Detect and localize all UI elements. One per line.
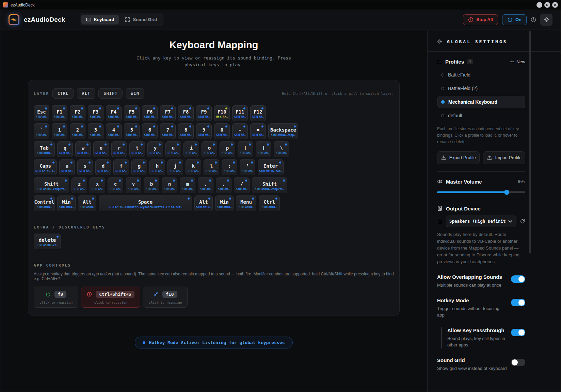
key-f1[interactable]: F1STREAM…: [52, 105, 67, 121]
key-g[interactable]: gSTREAM…: [131, 159, 147, 175]
key-'[interactable]: 'STREAM…: [240, 159, 255, 175]
import-profile-button[interactable]: Import Profile: [483, 151, 526, 164]
key-;[interactable]: ;STREAM…: [222, 159, 237, 175]
key-1[interactable]: 1STREAM…: [52, 123, 67, 139]
profile-item-battlefield[interactable]: BattleField: [437, 69, 525, 81]
key--[interactable]: -STREAM…: [232, 123, 248, 139]
key-o[interactable]: oSTREAM…: [202, 141, 217, 157]
toggle-switch[interactable]: [511, 329, 525, 336]
tab-keyboard[interactable]: Keyboard: [81, 15, 119, 24]
key-`[interactable]: `STREAM…: [34, 123, 49, 139]
key-f3[interactable]: F3STREAM…: [88, 105, 103, 121]
key-k[interactable]: kSTREAM…: [186, 159, 201, 175]
tab-sound-grid[interactable]: Sound Grid: [120, 15, 162, 24]
export-profile-button[interactable]: Export Profile: [437, 151, 480, 164]
key-enter[interactable]: EnterSTREAMING-com…: [258, 159, 284, 175]
refresh-devices-button[interactable]: [520, 219, 525, 224]
help-button[interactable]: [531, 17, 536, 22]
key-,[interactable]: ,STREAM…: [198, 177, 213, 193]
key-u[interactable]: uSTREAM…: [165, 141, 181, 157]
key-shift[interactable]: ShiftSTREAMING-compute…: [34, 177, 69, 193]
key-v[interactable]: vSTREAM…: [126, 177, 141, 193]
key-7[interactable]: 7STREAM…: [160, 123, 176, 139]
toggle-switch[interactable]: [511, 275, 525, 283]
master-volume-slider[interactable]: [437, 190, 525, 195]
key-menu[interactable]: MenuSTREAMIN…: [236, 195, 256, 211]
profile-item-mechanical-keyboard[interactable]: Mechanical Keyboard: [437, 96, 525, 108]
key-n[interactable]: nSTREAM…: [162, 177, 177, 193]
key-r[interactable]: rSTREAM…: [111, 141, 127, 157]
profile-item-battlefield-2-[interactable]: BattleField (2): [437, 82, 525, 95]
key-a[interactable]: aSTREAM…: [59, 159, 75, 175]
key-w[interactable]: wSTREAM…: [75, 141, 91, 157]
key-f8[interactable]: F8STREAM…: [178, 105, 194, 121]
profile-item-default[interactable]: default: [437, 109, 525, 122]
key-i[interactable]: iSTREAM…: [183, 141, 199, 157]
key-delete[interactable]: deleteSTREAMING-co…: [34, 234, 61, 249]
layer-pill-ctrl[interactable]: CTRL: [52, 88, 74, 99]
key-b[interactable]: bSTREAM…: [144, 177, 159, 193]
window-close-button[interactable]: [552, 2, 558, 8]
key-win[interactable]: WinSTREAMIN…: [57, 195, 76, 211]
layer-pill-win[interactable]: WIN: [126, 88, 144, 99]
key-f12[interactable]: F12STREAM…: [250, 105, 266, 121]
key-m[interactable]: mSTREAM…: [180, 177, 195, 193]
key-alt[interactable]: AltSTREAMIN…: [194, 195, 213, 211]
key-=[interactable]: =STREAM…: [250, 123, 266, 139]
key-p[interactable]: pSTREAM…: [220, 141, 235, 157]
key-3[interactable]: 3STREAM…: [88, 123, 103, 139]
key-5[interactable]: 5STREAM…: [124, 123, 140, 139]
key-h[interactable]: hSTREAM…: [149, 159, 165, 175]
key-.[interactable]: .STREAM…: [216, 177, 231, 193]
key-8[interactable]: 8STREAM…: [178, 123, 194, 139]
key-f5[interactable]: F5STREAM…: [124, 105, 140, 121]
key-4[interactable]: 4STREAM…: [106, 123, 122, 139]
new-profile-button[interactable]: New: [509, 59, 525, 65]
key-space[interactable]: SpaceSTREAMING-computer-keyboard-button-…: [99, 195, 192, 211]
layer-pill-shift[interactable]: SHIFT: [98, 88, 123, 99]
key-esc[interactable]: EscSTREAM…: [34, 105, 49, 121]
key-[[interactable]: [STREAM…: [238, 141, 253, 157]
window-maximize-button[interactable]: [544, 2, 550, 8]
key-shift[interactable]: ShiftSTREAMING-compute…: [252, 177, 287, 193]
key-f11[interactable]: F11STREAM…: [232, 105, 248, 121]
key-f7[interactable]: F7STREAM…: [160, 105, 176, 121]
key-ctrl[interactable]: CtrlSTREAMIN…: [259, 195, 280, 211]
key-s[interactable]: sSTREAM…: [77, 159, 93, 175]
key-\[interactable]: \STREAM…: [274, 141, 289, 157]
key-f10[interactable]: F10Min/Re…: [214, 105, 230, 121]
slider-thumb[interactable]: [504, 190, 509, 195]
key-backspace[interactable]: BackspaceSTREAMING-comp…: [268, 123, 298, 139]
window-minimize-button[interactable]: [536, 2, 542, 8]
key-q[interactable]: qSTREAM…: [57, 141, 73, 157]
output-device-select[interactable]: Speakers (High Definition: [446, 216, 516, 227]
key-6[interactable]: 6STREAM…: [142, 123, 158, 139]
key-y[interactable]: ySTREAM…: [147, 141, 163, 157]
key-f2[interactable]: F2STREAM…: [70, 105, 85, 121]
stop-all-button[interactable]: Stop All: [463, 14, 498, 25]
key-alt[interactable]: AltSTREAMIN…: [78, 195, 96, 211]
key-/[interactable]: /STREAM…: [234, 177, 250, 193]
key-2[interactable]: 2STREAM…: [70, 123, 85, 139]
app-hotkey-ctrl+shift+s[interactable]: Ctrl+Shift+Sclick to reassign: [81, 287, 140, 308]
key-0[interactable]: 0STREAM…: [214, 123, 230, 139]
app-hotkey-f10[interactable]: f10click to reassign: [143, 287, 188, 308]
toggle-switch[interactable]: [511, 359, 525, 366]
toggle-switch[interactable]: [511, 299, 525, 306]
app-hotkey-f9[interactable]: f9click to reassign: [34, 287, 78, 308]
key-control[interactable]: ControlSTREAMIN…: [34, 195, 55, 211]
key-t[interactable]: tSTREAM…: [129, 141, 145, 157]
key-d[interactable]: dSTREAM…: [95, 159, 111, 175]
settings-button[interactable]: [540, 14, 552, 26]
key-f[interactable]: fSTREAM…: [113, 159, 129, 175]
layer-pill-alt[interactable]: ALT: [77, 88, 96, 99]
key-caps[interactable]: CapsSTREAMING-c…: [34, 159, 57, 175]
key-][interactable]: ]STREAM…: [256, 141, 271, 157]
key-f6[interactable]: F6STREAM…: [142, 105, 158, 121]
key-9[interactable]: 9STREAM…: [196, 123, 212, 139]
key-c[interactable]: cSTREAM…: [108, 177, 123, 193]
key-e[interactable]: eSTREAM…: [93, 141, 109, 157]
key-l[interactable]: lSTREAM…: [204, 159, 219, 175]
key-x[interactable]: xSTREAM…: [90, 177, 105, 193]
key-f9[interactable]: F9STREAM…: [196, 105, 212, 121]
